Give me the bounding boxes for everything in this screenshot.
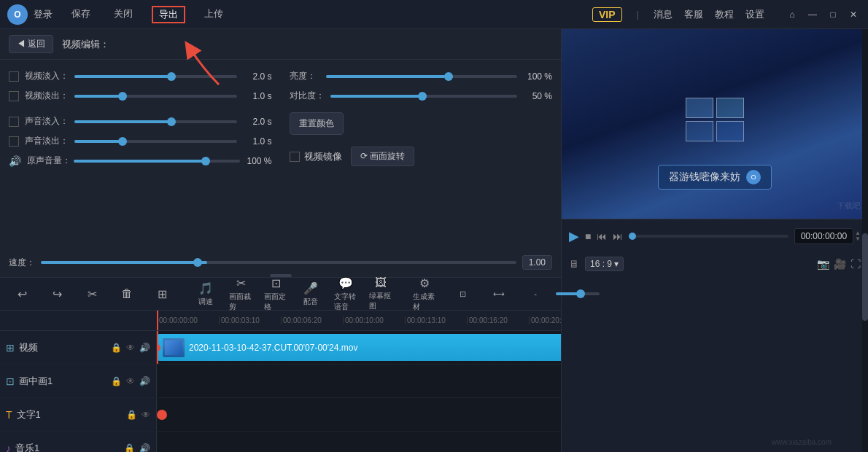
watermark-icon: O bbox=[746, 170, 761, 184]
timeline[interactable]: 00:00:00:00 00:00:03:10 00:00:06:20 00:0… bbox=[0, 311, 561, 452]
trash-icon: 🗑 bbox=[121, 287, 133, 300]
video-fadein-slider[interactable] bbox=[74, 75, 237, 78]
video-fadeout-row: 视频淡出： 1.0 s bbox=[9, 90, 272, 102]
reset-color-dropdown[interactable]: 重置颜色 bbox=[290, 112, 344, 135]
prev-frame-button[interactable]: ⏮ bbox=[597, 230, 607, 242]
aspect-ratio-select[interactable]: 16 : 9 ▾ bbox=[585, 257, 624, 271]
lock-icon[interactable]: 🔒 bbox=[111, 376, 122, 386]
video-clip[interactable]: 2020-11-03-10-42-37.CUT.00'07-00'24.mov bbox=[157, 334, 561, 361]
main-content: ◀ 返回 视频编辑： 视频淡入： bbox=[0, 29, 868, 452]
minimize-button[interactable]: — bbox=[805, 7, 820, 22]
video-fadein-row: 视频淡入： 2.0 s bbox=[9, 70, 272, 82]
grid-button[interactable]: ⊞ bbox=[146, 284, 178, 304]
eye-icon[interactable]: 👁 bbox=[126, 343, 135, 353]
contrast-value: 50 % bbox=[523, 91, 552, 101]
screenshot-icon[interactable]: 📷 bbox=[817, 258, 829, 270]
menu-upload[interactable]: 上传 bbox=[200, 6, 228, 23]
chroma-button[interactable]: 🖼 绿幕抠图 bbox=[365, 273, 397, 314]
video-fadeout-checkbox[interactable] bbox=[9, 91, 19, 101]
menu-close[interactable]: 关闭 bbox=[109, 6, 137, 23]
zoom-out-button[interactable]: - bbox=[519, 287, 551, 301]
speed-button[interactable]: 🎵 调速 bbox=[190, 278, 222, 310]
brightness-slider[interactable] bbox=[326, 75, 518, 78]
audio-fadeout-checkbox[interactable] bbox=[9, 136, 19, 147]
mirror-checkbox[interactable] bbox=[290, 152, 300, 162]
lock-icon[interactable]: 🔒 bbox=[111, 343, 122, 353]
text-track-name: 文字1 bbox=[17, 408, 122, 421]
mirror-label: 视频镜像 bbox=[304, 150, 342, 163]
video-fadeout-label: 视频淡出： bbox=[25, 90, 69, 102]
home-button[interactable]: ⌂ bbox=[785, 7, 799, 22]
action-tutorial[interactable]: 教程 bbox=[715, 8, 734, 21]
volume-slider[interactable] bbox=[74, 160, 240, 163]
crop2-icon[interactable]: ⊡ bbox=[446, 287, 478, 302]
dub-button[interactable]: 🎤 配音 bbox=[295, 278, 327, 310]
crop-button[interactable]: ✂ 画面裁剪 bbox=[225, 273, 257, 315]
audio-fadeout-slider[interactable] bbox=[74, 140, 237, 143]
play-progress[interactable] bbox=[629, 235, 788, 238]
track-header-text: T 文字1 🔒 👁 bbox=[0, 398, 157, 431]
preview-action-icons: 📷 🎥 ⛶ bbox=[817, 258, 861, 270]
action-settings[interactable]: 设置 bbox=[745, 8, 764, 21]
audio-fadein-slider[interactable] bbox=[74, 120, 237, 123]
action-support[interactable]: 客服 bbox=[684, 8, 703, 21]
cut-button[interactable]: ✂ bbox=[76, 284, 108, 304]
eye-icon[interactable]: 👁 bbox=[126, 376, 135, 386]
undo-icon: ↩ bbox=[18, 287, 27, 301]
menu-export[interactable]: 导出 bbox=[152, 6, 185, 23]
contrast-label: 对比度： bbox=[290, 90, 325, 102]
audio-fadein-checkbox[interactable] bbox=[9, 117, 19, 127]
rotate-button[interactable]: ⟳ 画面旋转 bbox=[351, 147, 414, 166]
speed-icon: 🎵 bbox=[198, 281, 213, 295]
mirror-checkbox-wrap: 视频镜像 bbox=[290, 150, 342, 163]
right-scrollbar[interactable] bbox=[862, 29, 868, 452]
zoom-icon[interactable]: ⟷ bbox=[483, 287, 515, 302]
maximize-button[interactable]: □ bbox=[826, 7, 840, 22]
text-track-icon: T bbox=[6, 409, 12, 421]
play-button[interactable]: ▶ bbox=[569, 228, 579, 244]
speed-label: 速度： bbox=[9, 257, 35, 269]
audio-icon[interactable]: 🔊 bbox=[139, 443, 150, 453]
track-row-video: ⊞ 视频 🔒 👁 🔊 2020-11-03-10-42-37.CUT.00'07… bbox=[0, 331, 561, 365]
tts-button[interactable]: 💬 文字转语音 bbox=[330, 273, 362, 315]
undo-button[interactable]: ↩ bbox=[6, 284, 38, 304]
scrollbar-thumb bbox=[862, 233, 868, 321]
time-display: 00:00:00:00 bbox=[794, 228, 853, 244]
pip-track-name: 画中画1 bbox=[19, 375, 106, 388]
redo-button[interactable]: ↪ bbox=[41, 284, 73, 304]
audio-fadein-value: 2.0 s bbox=[243, 117, 272, 127]
track-row-text: T 文字1 🔒 👁 bbox=[0, 398, 561, 432]
fullscreen-icon[interactable]: ⛶ bbox=[850, 258, 861, 270]
music-track-icon: ♪ bbox=[6, 443, 11, 453]
tts-button-label: 文字转语音 bbox=[334, 292, 357, 312]
freeze-button[interactable]: ⊡ 画面定格 bbox=[260, 273, 292, 315]
video-fadeout-slider[interactable] bbox=[74, 95, 237, 98]
left-controls: 视频淡入： 2.0 s 视频淡出： bbox=[0, 66, 281, 248]
stop-button[interactable]: ■ bbox=[585, 230, 591, 242]
next-frame-button[interactable]: ⏭ bbox=[613, 230, 623, 242]
track-content-video[interactable]: 2020-11-03-10-42-37.CUT.00'07-00'24.mov bbox=[157, 331, 561, 364]
login-button[interactable]: 登录 bbox=[34, 8, 53, 21]
audio-icon[interactable]: 🔊 bbox=[139, 343, 150, 353]
track-content-text bbox=[157, 398, 561, 431]
video-fadein-checkbox[interactable] bbox=[9, 71, 19, 82]
track-row-pip: ⊡ 画中画1 🔒 👁 🔊 bbox=[0, 365, 561, 398]
audio-icon[interactable]: 🔊 bbox=[139, 376, 150, 386]
eye-icon[interactable]: 👁 bbox=[142, 410, 150, 420]
vip-badge: VIP bbox=[592, 7, 622, 22]
lock-icon[interactable]: 🔒 bbox=[126, 410, 137, 420]
time-arrows[interactable]: ▲ ▼ bbox=[855, 230, 861, 242]
contrast-slider[interactable] bbox=[330, 95, 518, 98]
generate-button[interactable]: ⚙ 生成素材 bbox=[408, 273, 441, 315]
time-down[interactable]: ▼ bbox=[855, 236, 861, 242]
delete-button[interactable]: 🗑 bbox=[111, 284, 143, 303]
back-button[interactable]: ◀ 返回 bbox=[9, 35, 53, 53]
close-button[interactable]: ✕ bbox=[846, 7, 861, 22]
ruler-mark: 00:00:16:20 bbox=[467, 316, 529, 324]
camera-icon[interactable]: 🎥 bbox=[834, 258, 846, 270]
speed-slider[interactable] bbox=[41, 261, 516, 264]
menu-save[interactable]: 保存 bbox=[67, 6, 95, 23]
lock-icon[interactable]: 🔒 bbox=[124, 443, 135, 453]
track-header-music: ♪ 音乐1 🔒 🔊 bbox=[0, 432, 157, 452]
action-messages[interactable]: 消息 bbox=[654, 8, 673, 21]
